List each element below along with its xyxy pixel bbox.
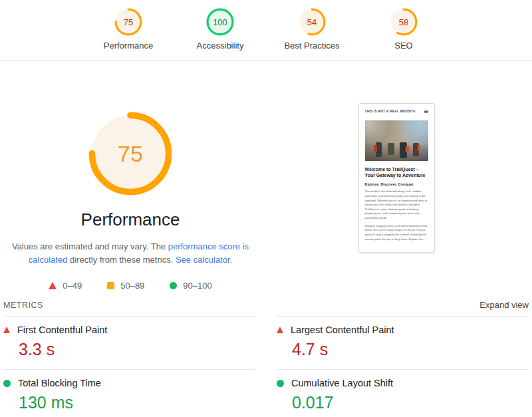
pass-circle-icon (3, 380, 11, 387)
hiker-figure (400, 142, 407, 158)
metric-value: 130 ms (19, 393, 255, 412)
summary-label: SEO (394, 41, 412, 51)
metrics-column-right: Largest Contentful Paint 4.7 s Cumulativ… (277, 316, 529, 417)
metrics-column-left: First Contentful Paint 3.3 s Total Block… (3, 316, 255, 417)
metrics-header: METRICS Expand view (3, 300, 529, 316)
metric-largest-contentful-paint: Largest Contentful Paint 4.7 s (277, 316, 529, 369)
pass-circle-icon (277, 380, 284, 387)
best-practices-gauge-icon: 54 (298, 8, 326, 36)
thumbnail-paragraph: Imagine stepping onto a sun-drenched for… (365, 224, 428, 242)
fail-triangle-icon (3, 327, 10, 333)
performance-gauge-icon: 75 (114, 8, 142, 36)
metric-cumulative-layout-shift: Cumulative Layout Shift 0.017 (277, 369, 529, 417)
metric-label: Cumulative Layout Shift (291, 378, 393, 388)
metrics-grid: First Contentful Paint 3.3 s Total Block… (3, 316, 529, 417)
summary-label: Accessibility (197, 41, 244, 51)
hero-image (365, 120, 428, 161)
metrics-section: METRICS Expand view First Contentful Pai… (0, 291, 532, 417)
summary-item-best-practices[interactable]: 54 Best Practices (283, 8, 340, 54)
description-text: directly from these metrics. (67, 255, 176, 265)
score-pane: 75 Performance Values are estimated and … (0, 102, 261, 291)
score-description: Values are estimated and may vary. The p… (10, 240, 251, 267)
legend-pass: 90–100 (170, 281, 211, 291)
description-text: Values are estimated and may vary. The (12, 241, 168, 251)
legend-fail: 0–49 (49, 281, 82, 291)
metric-label: Total Blocking Time (18, 378, 101, 388)
metric-first-contentful-paint: First Contentful Paint 3.3 s (3, 316, 255, 369)
metric-value: 0.017 (292, 393, 529, 412)
pass-circle-icon (170, 282, 177, 289)
thumbnail-heading: Welcome to TrailQuest – Your Gateway to … (365, 166, 428, 178)
hiker-figure (376, 142, 382, 157)
summary-label: Best Practices (284, 41, 339, 51)
summary-item-accessibility[interactable]: 100 Accessibility (192, 8, 249, 54)
legend-range: 50–89 (120, 281, 144, 291)
metric-value: 4.7 s (292, 340, 529, 359)
performance-overview: 75 Performance Values are estimated and … (0, 61, 532, 291)
metric-label: First Contentful Paint (17, 325, 107, 335)
page-screenshot-thumbnail: THIS IS NOT A REAL WEBSITE Welcome to Tr… (358, 103, 435, 253)
legend-range: 0–49 (63, 281, 82, 291)
summary-item-performance[interactable]: 75 Performance (100, 8, 157, 54)
metric-value: 3.3 s (19, 340, 255, 359)
summary-item-seo[interactable]: 58 SEO (375, 8, 432, 54)
fail-triangle-icon (49, 282, 57, 289)
thumbnail-banner-text: THIS IS NOT A REAL WEBSITE (365, 110, 416, 113)
score-legend: 0–49 50–89 90–100 (49, 281, 211, 291)
legend-range: 90–100 (183, 281, 211, 291)
hamburger-menu-icon (424, 110, 428, 113)
expand-view-button[interactable]: Expand view (479, 300, 529, 310)
hiker-figure (388, 143, 394, 155)
hiker-figure (413, 143, 419, 156)
seo-gauge-icon: 58 (390, 8, 418, 36)
metrics-title: METRICS (3, 301, 43, 310)
screenshot-pane: THIS IS NOT A REAL WEBSITE Welcome to Tr… (261, 102, 532, 291)
metric-label: Largest Contentful Paint (291, 325, 394, 335)
average-square-icon (107, 282, 114, 289)
summary-label: Performance (104, 41, 153, 51)
fail-triangle-icon (277, 327, 283, 333)
thumbnail-paragraph: The world is full of breathtaking trails… (365, 190, 428, 221)
score-summary-bar: 75 Performance 100 Accessibility 54 Best… (0, 0, 532, 61)
legend-average: 50–89 (107, 281, 144, 291)
thumbnail-tagline: Explore. Discover. Conquer. (365, 182, 428, 186)
accessibility-gauge-icon: 100 (206, 8, 234, 36)
see-calculator-link[interactable]: See calculator. (176, 255, 232, 265)
performance-score-gauge: 75 (88, 111, 173, 196)
thumbnail-site-header: THIS IS NOT A REAL WEBSITE (365, 110, 428, 113)
page-title: Performance (81, 209, 180, 230)
metric-total-blocking-time: Total Blocking Time 130 ms (3, 369, 255, 417)
